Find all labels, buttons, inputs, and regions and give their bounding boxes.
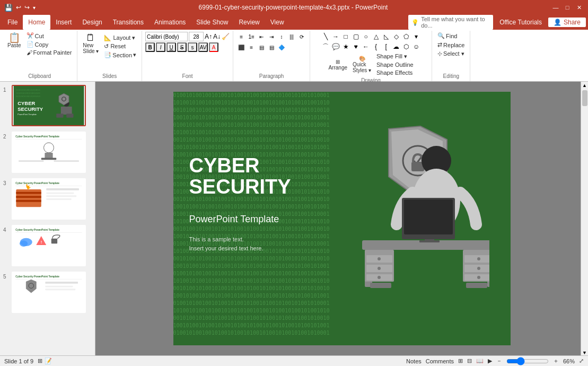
share-button[interactable]: 👤 Share — [548, 18, 586, 27]
star5-shape[interactable]: ★ — [341, 42, 350, 51]
maximize-button[interactable]: □ — [563, 3, 572, 12]
shape-outline-button[interactable]: Shape Outline — [374, 61, 416, 68]
align-right-button[interactable]: ▤ — [257, 42, 266, 52]
slide-preview-4[interactable]: Cyber Security PowerPoint Template ! — [12, 225, 86, 266]
quick-styles-button[interactable]: 🎨 QuickStyles ▾ — [350, 55, 373, 74]
char-spacing-button[interactable]: AV — [198, 42, 208, 52]
zoom-level[interactable]: 66% — [563, 358, 575, 364]
align-center-button[interactable]: ≡ — [247, 42, 256, 52]
zoom-in-icon[interactable]: ＋ — [553, 357, 559, 365]
close-button[interactable]: ✕ — [574, 3, 584, 12]
new-slide-button[interactable]: 🗒 NewSlide ▾ — [81, 32, 101, 55]
bullets-button[interactable]: ≡ — [236, 32, 246, 41]
font-grow-icon[interactable]: A↑ — [205, 33, 212, 40]
clear-format-icon[interactable]: 🧹 — [222, 33, 230, 40]
slide-thumb-3[interactable]: 3 Cyber Security PowerPoint Template — [2, 177, 93, 221]
shadow-button[interactable]: s — [188, 42, 197, 52]
slide-canvas[interactable]: 0100101001001010010100101001010010100101… — [173, 92, 511, 345]
menu-view[interactable]: View — [265, 15, 289, 30]
search-box[interactable]: 💡 Tell me what you want to do... — [408, 15, 493, 30]
scroll-thumb[interactable] — [582, 90, 587, 106]
rounded-rect-shape[interactable]: ▢ — [351, 32, 361, 41]
numbering-button[interactable]: 1≡ — [247, 32, 256, 41]
heart-shape[interactable]: ♥ — [351, 42, 361, 51]
rect-shape[interactable]: □ — [341, 32, 350, 41]
slide-panel[interactable]: 1 01001010100101010010 10100101001010010… — [0, 82, 95, 355]
arrange-button[interactable]: ⊞ Arrange — [326, 58, 349, 72]
columns-button[interactable]: ||| — [287, 32, 296, 41]
notes-view-icon[interactable]: 📝 — [45, 358, 52, 364]
menu-insert[interactable]: Insert — [50, 15, 77, 30]
line-spacing-button[interactable]: ↕ — [277, 32, 286, 41]
reset-button[interactable]: ↺ Reset — [102, 42, 138, 50]
bracket-shape[interactable]: [ — [381, 42, 391, 51]
office-tutorials-link[interactable]: Office Tutorials — [495, 19, 546, 26]
zoom-out-icon[interactable]: － — [496, 357, 502, 365]
pentagon-shape[interactable]: ⬠ — [401, 32, 411, 41]
menu-file[interactable]: File — [2, 15, 23, 30]
slide-thumb-4[interactable]: 4 Cyber Security PowerPoint Template ! — [2, 224, 93, 267]
oval-shape[interactable]: ○ — [361, 32, 371, 41]
slide-preview-2[interactable]: Cyber Security PowerPoint Template — [12, 132, 86, 173]
comments-button[interactable]: Comments — [426, 358, 454, 364]
select-button[interactable]: ⊹ Select ▾ — [435, 50, 467, 58]
view-normal-icon[interactable]: ⊞ — [458, 358, 463, 364]
view-reading-icon[interactable]: 📖 — [476, 358, 484, 364]
text-direction-button[interactable]: ⟳ — [297, 32, 306, 41]
cut-button[interactable]: ✂️ Cut — [24, 32, 74, 40]
menu-review[interactable]: Review — [233, 15, 265, 30]
shape-effects-button[interactable]: Shape Effects — [374, 69, 416, 76]
notes-button[interactable]: Notes — [406, 358, 422, 364]
menu-slideshow[interactable]: Slide Show — [191, 15, 233, 30]
italic-button[interactable]: I — [156, 42, 165, 52]
redo-icon[interactable]: ↪ — [24, 4, 30, 11]
copy-button[interactable]: 📄 Copy — [24, 40, 74, 48]
brace-shape[interactable]: { — [371, 42, 381, 51]
font-name-input[interactable] — [145, 32, 188, 41]
minimize-button[interactable]: — — [551, 3, 560, 12]
slide-preview-1[interactable]: 01001010100101010010 1010010100101001010… — [12, 85, 86, 126]
callout-shape[interactable]: 💬 — [331, 42, 340, 51]
slide-view-icon[interactable]: ⊞ — [38, 358, 42, 364]
zoom-slider[interactable] — [506, 357, 549, 365]
cloud-shape[interactable]: ☁ — [391, 42, 401, 51]
font-size-input[interactable] — [189, 32, 204, 41]
arrow-shape[interactable]: → — [331, 32, 340, 41]
scrollbar-v[interactable]: ▲ ▼ — [581, 82, 588, 355]
bold-button[interactable]: B — [145, 42, 155, 52]
font-color-button[interactable]: A — [209, 42, 218, 52]
format-painter-button[interactable]: 🖌 Format Painter — [24, 49, 74, 56]
section-button[interactable]: 📑 Section ▾ — [102, 51, 138, 59]
menu-transitions[interactable]: Transitions — [108, 15, 149, 30]
slide-thumb-1[interactable]: 1 01001010100101010010 10100101001010010… — [2, 84, 93, 127]
triangle-shape[interactable]: △ — [371, 32, 381, 41]
line-shape[interactable]: ╲ — [321, 32, 330, 41]
strikethrough-button[interactable]: S — [177, 42, 187, 52]
curve-shape[interactable]: ⌒ — [321, 42, 330, 51]
find-button[interactable]: 🔍 Find — [435, 32, 459, 40]
font-shrink-icon[interactable]: A↓ — [213, 33, 221, 40]
menu-design[interactable]: Design — [77, 15, 107, 30]
smart-art-button[interactable]: 🔷 — [277, 42, 286, 52]
slide-thumb-5[interactable]: 5 Cyber Security PowerPoint Template — [2, 271, 93, 314]
diamond-shape[interactable]: ◇ — [391, 32, 401, 41]
layout-button[interactable]: 📐 Layout ▾ — [102, 34, 138, 42]
left-arrow-shape[interactable]: ← — [361, 42, 371, 51]
fit-slide-icon[interactable]: ⤢ — [579, 358, 584, 364]
smiley-shape[interactable]: ☺ — [411, 42, 421, 51]
paste-button[interactable]: 📋 Paste — [5, 32, 23, 49]
flowchart-shape[interactable]: ⬡ — [401, 42, 411, 51]
menu-home[interactable]: Home — [23, 15, 50, 30]
align-left-button[interactable]: ⬛ — [236, 42, 246, 52]
underline-button[interactable]: U — [166, 42, 176, 52]
undo-icon[interactable]: ↩ — [16, 4, 21, 11]
slide-thumb-2[interactable]: 2 Cyber Security PowerPoint Template — [2, 130, 93, 174]
slide-preview-5[interactable]: Cyber Security PowerPoint Template — [12, 272, 86, 313]
justify-button[interactable]: ▤ — [267, 42, 276, 52]
scroll-down-btn[interactable]: ▼ — [581, 349, 588, 355]
slide-preview-3[interactable]: Cyber Security PowerPoint Template — [12, 178, 86, 220]
decrease-indent-button[interactable]: ⇤ — [257, 32, 266, 41]
increase-indent-button[interactable]: ⇥ — [267, 32, 276, 41]
rt-triangle-shape[interactable]: ◺ — [381, 32, 391, 41]
view-slideshow-icon[interactable]: ▶ — [488, 358, 492, 364]
